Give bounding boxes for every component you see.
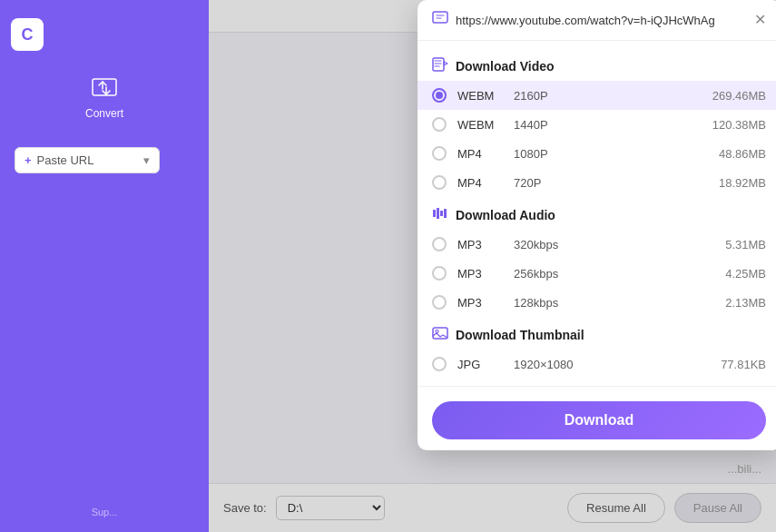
convert-icon bbox=[92, 78, 117, 103]
option-row-video-2[interactable]: MP4 1080P 48.86MB bbox=[417, 139, 776, 168]
audio-section-title: Download Audio bbox=[456, 208, 555, 222]
svg-rect-6 bbox=[437, 208, 439, 219]
modal-footer: Download bbox=[417, 386, 776, 450]
plus-icon: + bbox=[25, 153, 32, 167]
download-button[interactable]: Download bbox=[432, 401, 766, 439]
paste-url-area: + Paste URL ▾ bbox=[0, 147, 209, 173]
radio-video-1[interactable] bbox=[432, 117, 447, 132]
download-modal: https://www.youtube.com/watch?v=h-iQJHcW… bbox=[417, 0, 776, 450]
modal-close-button[interactable]: ✕ bbox=[754, 13, 766, 27]
app-logo: C bbox=[11, 18, 44, 51]
option-row-video-1[interactable]: WEBM 1440P 120.38MB bbox=[417, 110, 776, 139]
section-thumbnail: Download Thumbnail JPG 1920×1080 77.81KB bbox=[417, 317, 776, 379]
radio-video-3[interactable] bbox=[432, 175, 447, 190]
section-header-video: Download Video bbox=[417, 48, 776, 81]
radio-audio-0[interactable] bbox=[432, 237, 447, 251]
radio-thumbnail-0[interactable] bbox=[432, 357, 447, 371]
thumbnail-section-icon bbox=[432, 326, 448, 344]
svg-rect-5 bbox=[433, 210, 436, 217]
radio-audio-2[interactable] bbox=[432, 295, 447, 310]
thumbnail-section-title: Download Thumbnail bbox=[456, 328, 584, 342]
option-row-thumbnail-0[interactable]: JPG 1920×1080 77.81KB bbox=[417, 350, 776, 379]
url-icon bbox=[432, 11, 448, 29]
option-row-video-0[interactable]: WEBM 2160P 269.46MB bbox=[417, 81, 776, 110]
sidebar: C Convert bbox=[0, 0, 209, 532]
main-content: Toolbox 4on ...bili... Save to: D:\ Resu… bbox=[209, 0, 776, 532]
modal-header: https://www.youtube.com/watch?v=h-iQJHcW… bbox=[417, 0, 776, 41]
sidebar-support-text: Sup... bbox=[77, 492, 133, 532]
radio-video-2[interactable] bbox=[432, 146, 447, 161]
audio-section-icon bbox=[432, 206, 448, 224]
option-row-audio-0[interactable]: MP3 320kbps 5.31MB bbox=[417, 230, 776, 259]
option-quality-video-2: 1080P bbox=[514, 147, 692, 161]
dropdown-arrow-icon: ▾ bbox=[143, 153, 150, 167]
option-size-video-2: 48.86MB bbox=[702, 147, 766, 161]
section-audio: Download Audio MP3 320kbps 5.31MB MP3 25… bbox=[417, 197, 776, 317]
option-quality-video-1: 1440P bbox=[514, 118, 692, 132]
video-section-title: Download Video bbox=[456, 59, 555, 74]
option-format-audio-0: MP3 bbox=[457, 238, 503, 251]
option-quality-thumbnail-0: 1920×1080 bbox=[514, 358, 692, 371]
option-quality-video-3: 720P bbox=[514, 176, 692, 190]
option-format-thumbnail-0: JPG bbox=[457, 358, 503, 371]
convert-label: Convert bbox=[85, 107, 123, 120]
section-video: Download Video WEBM 2160P 269.46MB WEBM … bbox=[417, 48, 776, 197]
option-format-video-0: WEBM bbox=[457, 89, 503, 103]
option-size-thumbnail-0: 77.81KB bbox=[702, 358, 766, 371]
option-quality-audio-2: 128kbps bbox=[514, 296, 692, 310]
sidebar-nav: Convert bbox=[0, 69, 209, 129]
option-size-audio-1: 4.25MB bbox=[702, 267, 766, 281]
svg-rect-3 bbox=[433, 12, 447, 23]
option-format-video-2: MP4 bbox=[457, 147, 503, 161]
radio-audio-1[interactable] bbox=[432, 266, 447, 281]
svg-rect-8 bbox=[444, 209, 447, 218]
modal-url: https://www.youtube.com/watch?v=h-iQJHcW… bbox=[456, 14, 747, 27]
app-window: ☰ — ▢ ✕ C bbox=[0, 0, 776, 532]
option-quality-audio-0: 320kbps bbox=[514, 238, 692, 251]
section-header-thumbnail: Download Thumbnail bbox=[417, 317, 776, 350]
sidebar-item-convert[interactable]: Convert bbox=[0, 69, 209, 129]
paste-url-label: Paste URL bbox=[37, 153, 94, 167]
radio-video-0[interactable] bbox=[432, 88, 447, 103]
option-format-audio-1: MP3 bbox=[457, 267, 503, 281]
option-size-audio-2: 2.13MB bbox=[702, 296, 766, 310]
app-body: C Convert bbox=[0, 0, 776, 532]
section-header-audio: Download Audio bbox=[417, 197, 776, 230]
svg-point-10 bbox=[436, 330, 438, 333]
option-size-video-0: 269.46MB bbox=[702, 89, 766, 103]
svg-rect-4 bbox=[433, 58, 444, 71]
option-row-audio-1[interactable]: MP3 256kbps 4.25MB bbox=[417, 259, 776, 288]
paste-url-button[interactable]: + Paste URL ▾ bbox=[15, 147, 160, 173]
option-quality-audio-1: 256kbps bbox=[514, 267, 692, 281]
option-format-audio-2: MP3 bbox=[457, 296, 503, 310]
option-size-video-1: 120.38MB bbox=[702, 118, 766, 132]
option-format-video-1: WEBM bbox=[457, 118, 503, 132]
svg-rect-7 bbox=[440, 211, 443, 216]
option-row-audio-2[interactable]: MP3 128kbps 2.13MB bbox=[417, 288, 776, 317]
option-format-video-3: MP4 bbox=[457, 176, 503, 190]
video-section-icon bbox=[432, 57, 448, 75]
option-row-video-3[interactable]: MP4 720P 18.92MB bbox=[417, 168, 776, 197]
option-size-video-3: 18.92MB bbox=[702, 176, 766, 190]
modal-body: Download Video WEBM 2160P 269.46MB WEBM … bbox=[417, 41, 776, 386]
option-size-audio-0: 5.31MB bbox=[702, 238, 766, 251]
option-quality-video-0: 2160P bbox=[514, 89, 692, 103]
